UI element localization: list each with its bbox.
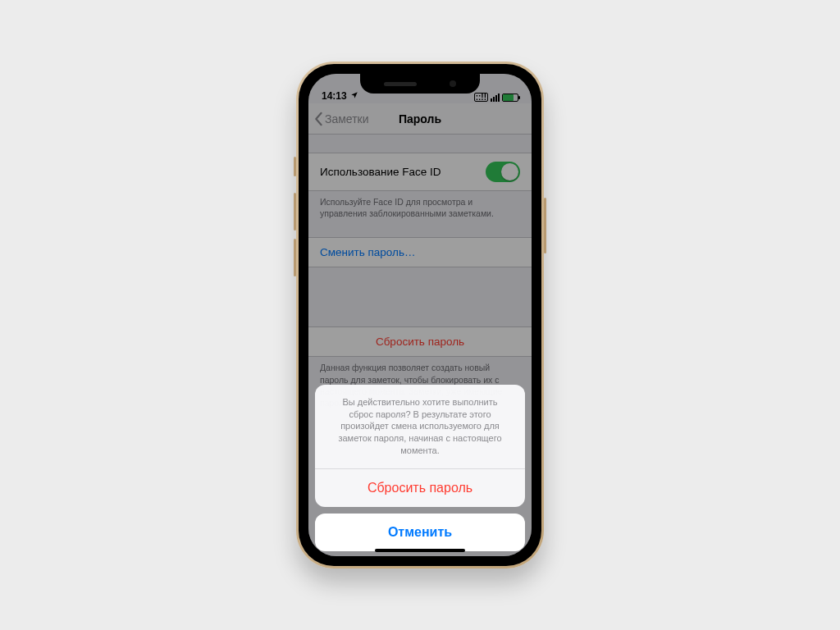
screen: 14:13 ::!! Заметки Пароль [308,74,532,556]
phone-frame: 14:13 ::!! Заметки Пароль [296,62,544,568]
action-sheet: Вы действительно хотите выполнить сброс … [308,385,532,556]
sheet-message: Вы действительно хотите выполнить сброс … [315,385,525,468]
notch [360,74,480,94]
sheet-reset-button[interactable]: Сбросить пароль [315,468,525,507]
home-indicator[interactable] [375,549,465,552]
sheet-cancel-button[interactable]: Отменить [315,514,525,551]
